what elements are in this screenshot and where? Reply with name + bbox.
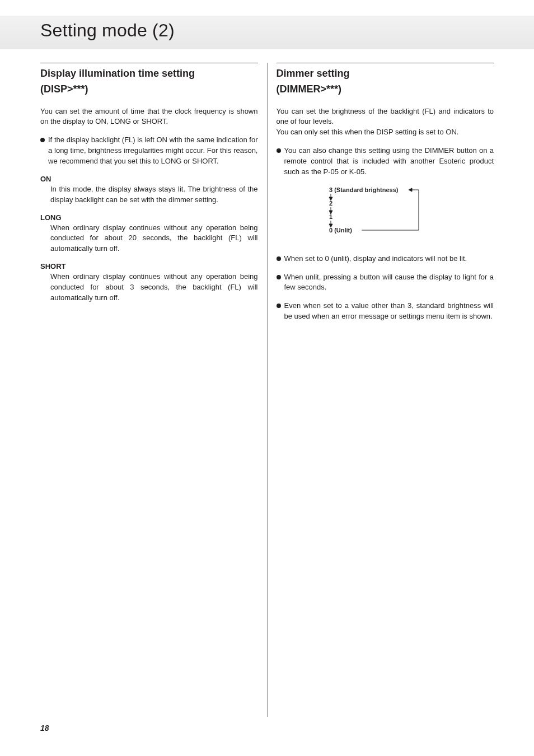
bullet-icon bbox=[277, 256, 281, 261]
option-on: ON In this mode, the display always stay… bbox=[40, 175, 258, 206]
page-header-title: Setting mode (2) bbox=[40, 20, 175, 41]
option-on-label: ON bbox=[40, 175, 258, 183]
dimmer-unlit-text: When set to 0 (unlit), display and indic… bbox=[284, 254, 494, 264]
dimmer-remote-bullet: You can also change this setting using t… bbox=[277, 146, 494, 178]
svg-marker-7 bbox=[409, 188, 412, 192]
dimmer-unlit-bullet: When set to 0 (unlit), display and indic… bbox=[277, 254, 494, 264]
dimmer-diagram-svg: 3 (Standard brightness) 2 1 0 (Unlit) bbox=[318, 185, 452, 237]
dimmer-stdbright-bullet: Even when set to a value other than 3, s… bbox=[277, 301, 494, 322]
dimmer-remote-text: You can also change this setting using t… bbox=[284, 146, 494, 178]
diagram-level-3: 3 (Standard brightness) bbox=[329, 186, 399, 193]
right-column: Dimmer setting (DIMMER>***) You can set … bbox=[268, 63, 494, 717]
left-column: Display illumination time setting (DISP>… bbox=[40, 63, 267, 717]
dimmer-level-diagram: 3 (Standard brightness) 2 1 0 (Unlit) bbox=[277, 185, 494, 237]
bullet-icon bbox=[277, 148, 281, 153]
section-rule bbox=[277, 63, 494, 63]
bullet-icon bbox=[277, 275, 281, 279]
page-number: 18 bbox=[40, 724, 49, 732]
disp-section-title: Display illumination time setting bbox=[40, 67, 258, 80]
dimmer-section-subtitle: (DIMMER>***) bbox=[277, 82, 494, 96]
option-short-label: SHORT bbox=[40, 262, 258, 270]
option-on-desc: In this mode, the display always stays l… bbox=[40, 184, 258, 206]
dimmer-note-text: You can only set this when the DISP sett… bbox=[277, 127, 494, 138]
option-long-label: LONG bbox=[40, 213, 258, 222]
disp-section-subtitle: (DISP>***) bbox=[40, 82, 258, 96]
dimmer-press-bullet: When unlit, pressing a button will cause… bbox=[277, 272, 494, 293]
dimmer-press-text: When unlit, pressing a button will cause… bbox=[284, 272, 494, 293]
disp-warning-text: If the display backlight (FL) is left ON… bbox=[48, 135, 258, 167]
diagram-level-0: 0 (Unlit) bbox=[329, 227, 352, 234]
dimmer-stdbright-text: Even when set to a value other than 3, s… bbox=[284, 301, 494, 322]
disp-warning-bullet: If the display backlight (FL) is left ON… bbox=[40, 135, 258, 167]
option-short-desc: When ordinary display continues without … bbox=[40, 272, 258, 304]
dimmer-section-title: Dimmer setting bbox=[277, 67, 494, 80]
section-rule bbox=[40, 63, 258, 63]
content-area: Display illumination time setting (DISP>… bbox=[40, 63, 494, 717]
bullet-icon bbox=[40, 138, 45, 142]
dimmer-intro-text: You can set the brightness of the backli… bbox=[277, 106, 494, 128]
bullet-icon bbox=[277, 304, 281, 308]
disp-intro-text: You can set the amount of time that the … bbox=[40, 106, 258, 128]
option-long-desc: When ordinary display continues without … bbox=[40, 223, 258, 255]
option-short: SHORT When ordinary display continues wi… bbox=[40, 262, 258, 304]
option-long: LONG When ordinary display continues wit… bbox=[40, 213, 258, 255]
